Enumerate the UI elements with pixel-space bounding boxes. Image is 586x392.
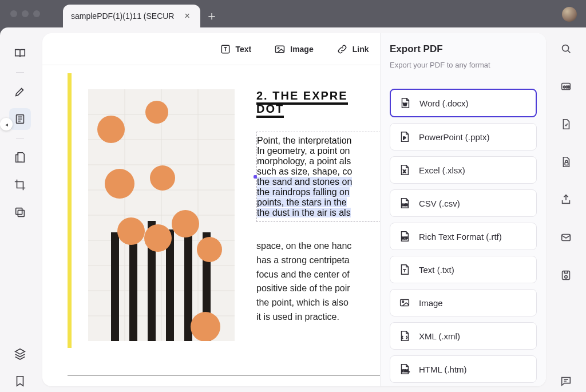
page-margin-stripe	[68, 73, 72, 348]
export-format-powerpoint[interactable]: P PowerPoint (.pptx)	[390, 123, 537, 151]
export-format-html[interactable]: HTML HTML (.htm)	[390, 355, 537, 383]
export-format-rtf[interactable]: RTF Rich Text Format (.rtf)	[390, 223, 537, 250]
maximize-window-icon[interactable]	[33, 10, 40, 17]
word-file-icon: W	[399, 97, 411, 109]
svg-rect-45	[565, 163, 568, 165]
export-title: Export PDF	[390, 43, 537, 55]
csv-file-icon: CSV	[398, 197, 411, 209]
save-icon[interactable]	[555, 264, 577, 286]
window-controls[interactable]	[0, 0, 63, 27]
tool-label: Link	[353, 45, 369, 54]
svg-text:OCR: OCR	[563, 85, 570, 89]
selection-handle-icon[interactable]	[254, 175, 257, 179]
svg-point-33	[191, 312, 220, 341]
tool-label: Text	[236, 45, 252, 54]
separator	[16, 138, 24, 138]
svg-rect-2	[18, 210, 24, 216]
doc-line: Point, the interpretation	[257, 136, 351, 145]
share-icon[interactable]	[555, 189, 577, 211]
format-label: Excel (.xlsx)	[419, 165, 465, 175]
format-label: XML (.xml)	[419, 331, 460, 341]
minimize-window-icon[interactable]	[22, 10, 29, 17]
format-label: CSV (.csv)	[419, 199, 460, 208]
format-label: HTML (.htm)	[419, 365, 467, 374]
svg-rect-4	[276, 46, 284, 53]
svg-text:CSV: CSV	[402, 203, 409, 207]
compare-tool-icon[interactable]	[9, 201, 31, 223]
xml-file-icon	[398, 330, 411, 342]
export-format-text[interactable]: Text (.txt)	[390, 256, 537, 283]
pages-tool-icon[interactable]	[9, 146, 31, 168]
doc-line: morphology, a point als	[257, 156, 351, 166]
image-file-icon	[398, 296, 411, 309]
close-window-icon[interactable]	[10, 10, 17, 17]
svg-text:X: X	[403, 169, 406, 174]
document-viewport: Text Image Link	[42, 33, 546, 386]
svg-point-27	[105, 169, 134, 199]
document-tab[interactable]: samplePDF(1)(1)11 (SECUR ×	[63, 5, 200, 27]
export-format-image[interactable]: Image	[390, 289, 537, 316]
close-tab-icon[interactable]: ×	[184, 11, 189, 21]
svg-text:P: P	[403, 136, 406, 141]
left-sidebar	[0, 27, 40, 392]
protect-icon[interactable]	[555, 151, 577, 173]
doc-line-highlighted: the sand and stones on	[257, 177, 352, 187]
tab-title: samplePDF(1)(1)11 (SECUR	[71, 11, 174, 21]
mail-icon[interactable]	[555, 227, 577, 248]
format-label: PowerPoint (.pptx)	[419, 132, 489, 142]
format-label: Text (.txt)	[419, 265, 454, 275]
rtf-file-icon: RTF	[398, 230, 411, 243]
convert-icon[interactable]	[555, 113, 577, 135]
svg-point-42	[563, 45, 569, 52]
ocr-icon[interactable]: OCR	[555, 76, 577, 97]
export-format-word[interactable]: W Word (.docx)	[390, 89, 537, 117]
format-label: Rich Text Format (.rtf)	[419, 232, 502, 241]
sidebar-expand-handle[interactable]: ◂	[0, 118, 13, 130]
svg-text:RTF: RTF	[402, 236, 408, 240]
reader-mode-icon[interactable]	[9, 42, 31, 64]
export-format-csv[interactable]: CSV CSV (.csv)	[390, 189, 537, 217]
bookmark-icon[interactable]	[9, 370, 31, 392]
tool-label: Image	[290, 45, 313, 54]
svg-point-30	[144, 224, 172, 252]
insert-link-button[interactable]: Link	[336, 43, 369, 55]
svg-point-28	[150, 165, 175, 191]
export-panel: Export PDF Export your PDF to any format…	[380, 33, 546, 386]
doc-line: such as size, shape, co	[257, 167, 352, 176]
right-sidebar: OCR	[546, 27, 586, 392]
format-label: Image	[419, 298, 443, 308]
separator	[16, 72, 24, 73]
insert-image-button[interactable]: Image	[274, 43, 313, 55]
svg-point-32	[197, 237, 222, 262]
svg-text:W: W	[403, 102, 407, 107]
new-tab-button[interactable]: ＋	[200, 5, 223, 27]
export-format-excel[interactable]: X Excel (.xlsx)	[390, 156, 537, 184]
export-subtitle: Export your PDF to any format	[390, 61, 537, 69]
doc-line: In geometry, a point on	[257, 146, 350, 156]
svg-rect-19	[111, 232, 119, 341]
insert-text-button[interactable]: Text	[220, 43, 252, 55]
svg-point-25	[97, 116, 125, 143]
svg-point-26	[145, 101, 168, 124]
svg-point-29	[117, 217, 145, 245]
export-format-xml[interactable]: XML (.xml)	[390, 322, 537, 350]
svg-point-40	[402, 301, 404, 303]
doc-line-highlighted: the raindrops falling on	[257, 187, 350, 197]
search-icon[interactable]	[555, 38, 577, 60]
svg-point-5	[278, 47, 280, 49]
layers-icon[interactable]	[9, 343, 31, 365]
text-file-icon	[398, 263, 411, 276]
user-avatar[interactable]	[562, 7, 577, 22]
powerpoint-file-icon: P	[398, 130, 411, 143]
crop-tool-icon[interactable]	[9, 174, 31, 196]
doc-line-highlighted: the dust in the air is als	[257, 208, 351, 217]
html-file-icon: HTML	[398, 363, 411, 375]
doc-line-highlighted: points, the stars in the	[257, 197, 347, 207]
doc-heading: DOT	[256, 102, 284, 118]
highlighter-tool-icon[interactable]	[9, 81, 31, 102]
format-label: Word (.docx)	[419, 98, 469, 108]
comment-icon[interactable]	[555, 370, 577, 392]
svg-point-48	[565, 275, 568, 278]
text-edit-tool-icon[interactable]	[9, 108, 31, 130]
document-image	[88, 89, 235, 341]
